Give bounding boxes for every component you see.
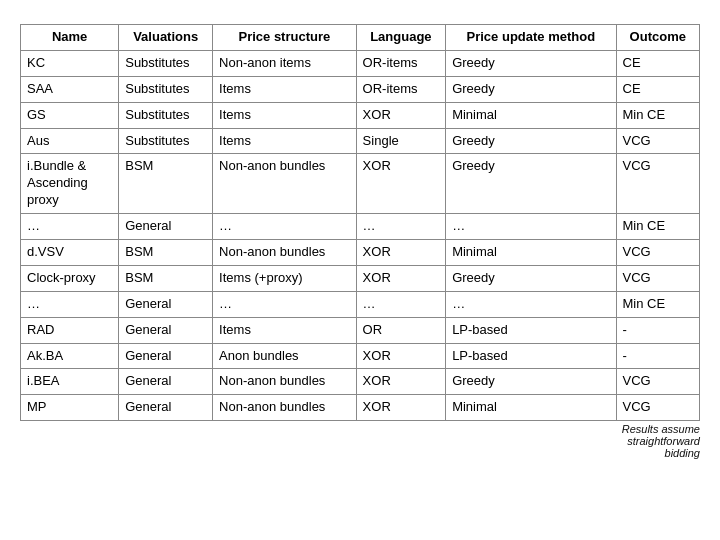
table-cell: … [446, 291, 616, 317]
table-cell: VCG [616, 240, 699, 266]
main-table: NameValuationsPrice structureLanguagePri… [20, 24, 700, 421]
table-row: SAASubstitutesItemsOR-itemsGreedyCE [21, 76, 700, 102]
table-row: i.Bundle & Ascending proxyBSMNon-anon bu… [21, 154, 700, 214]
table-cell: Anon bundles [213, 343, 357, 369]
table-cell: General [119, 395, 213, 421]
table-cell: Min CE [616, 214, 699, 240]
table-header: Outcome [616, 25, 699, 51]
table-cell: BSM [119, 154, 213, 214]
table-cell: Items [213, 102, 357, 128]
table-cell: Greedy [446, 128, 616, 154]
table-cell: i.BEA [21, 369, 119, 395]
table-cell: LP-based [446, 317, 616, 343]
table-cell: Substitutes [119, 128, 213, 154]
table-cell: Ak.BA [21, 343, 119, 369]
table-cell: General [119, 317, 213, 343]
table-cell: VCG [616, 265, 699, 291]
table-cell: OR-items [356, 50, 446, 76]
table-cell: BSM [119, 265, 213, 291]
table-cell: Items (+proxy) [213, 265, 357, 291]
table-cell: … [356, 214, 446, 240]
table-row: AusSubstitutesItemsSingleGreedyVCG [21, 128, 700, 154]
table-cell: SAA [21, 76, 119, 102]
table-row: …General………Min CE [21, 291, 700, 317]
table-cell: VCG [616, 154, 699, 214]
table-cell: Items [213, 76, 357, 102]
table-cell: MP [21, 395, 119, 421]
table-row: MPGeneralNon-anon bundlesXORMinimalVCG [21, 395, 700, 421]
table-cell: Non-anon items [213, 50, 357, 76]
table-row: Clock-proxyBSMItems (+proxy)XORGreedyVCG [21, 265, 700, 291]
table-cell: Greedy [446, 76, 616, 102]
table-cell: Non-anon bundles [213, 369, 357, 395]
table-cell: General [119, 214, 213, 240]
table-cell: XOR [356, 343, 446, 369]
table-header: Name [21, 25, 119, 51]
table-cell: … [213, 291, 357, 317]
table-cell: General [119, 369, 213, 395]
table-cell: XOR [356, 240, 446, 266]
table-cell: VCG [616, 395, 699, 421]
table-cell: Greedy [446, 50, 616, 76]
table-cell: CE [616, 76, 699, 102]
footnote: Results assume straightforward bidding [20, 423, 700, 459]
table-header: Price structure [213, 25, 357, 51]
table-cell: Greedy [446, 154, 616, 214]
table-cell: Substitutes [119, 50, 213, 76]
table-cell: Greedy [446, 369, 616, 395]
table-cell: … [356, 291, 446, 317]
table-cell: OR [356, 317, 446, 343]
table-cell: … [446, 214, 616, 240]
table-cell: XOR [356, 395, 446, 421]
table-cell: Substitutes [119, 76, 213, 102]
table-cell: Greedy [446, 265, 616, 291]
table-cell: d.VSV [21, 240, 119, 266]
table-header: Language [356, 25, 446, 51]
table-cell: Items [213, 317, 357, 343]
table-cell: Non-anon bundles [213, 240, 357, 266]
table-cell: General [119, 343, 213, 369]
table-cell: Minimal [446, 102, 616, 128]
table-cell: Minimal [446, 240, 616, 266]
table-cell: Non-anon bundles [213, 395, 357, 421]
table-cell: General [119, 291, 213, 317]
table-cell: VCG [616, 128, 699, 154]
table-cell: … [21, 291, 119, 317]
table-cell: Min CE [616, 291, 699, 317]
table-cell: XOR [356, 265, 446, 291]
table-cell: CE [616, 50, 699, 76]
table-row: …General………Min CE [21, 214, 700, 240]
table-row: KCSubstitutesNon-anon itemsOR-itemsGreed… [21, 50, 700, 76]
table-header: Valuations [119, 25, 213, 51]
table-cell: Non-anon bundles [213, 154, 357, 214]
table-cell: Items [213, 128, 357, 154]
table-row: d.VSVBSMNon-anon bundlesXORMinimalVCG [21, 240, 700, 266]
table-cell: - [616, 343, 699, 369]
table-cell: XOR [356, 102, 446, 128]
table-cell: Substitutes [119, 102, 213, 128]
table-cell: XOR [356, 154, 446, 214]
table-cell: Aus [21, 128, 119, 154]
table-cell: KC [21, 50, 119, 76]
table-cell: Clock-proxy [21, 265, 119, 291]
table-cell: Min CE [616, 102, 699, 128]
table-cell: … [21, 214, 119, 240]
table-cell: XOR [356, 369, 446, 395]
table-row: i.BEAGeneralNon-anon bundlesXORGreedyVCG [21, 369, 700, 395]
table-cell: RAD [21, 317, 119, 343]
table-row: GSSubstitutesItemsXORMinimalMin CE [21, 102, 700, 128]
table-cell: … [213, 214, 357, 240]
table-cell: BSM [119, 240, 213, 266]
table-cell: i.Bundle & Ascending proxy [21, 154, 119, 214]
table-cell: OR-items [356, 76, 446, 102]
table-cell: Single [356, 128, 446, 154]
table-cell: Minimal [446, 395, 616, 421]
table-row: RADGeneralItemsORLP-based- [21, 317, 700, 343]
table-header: Price update method [446, 25, 616, 51]
table-cell: GS [21, 102, 119, 128]
table-cell: VCG [616, 369, 699, 395]
table-cell: LP-based [446, 343, 616, 369]
table-cell: - [616, 317, 699, 343]
table-row: Ak.BAGeneralAnon bundlesXORLP-based- [21, 343, 700, 369]
